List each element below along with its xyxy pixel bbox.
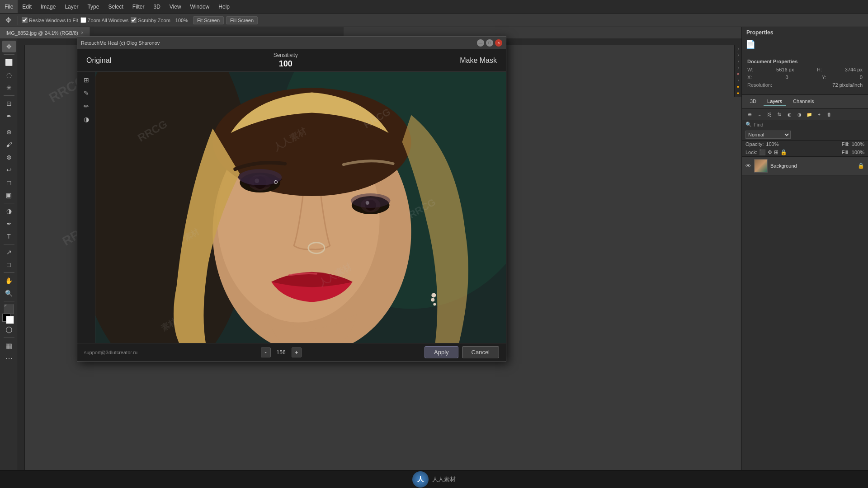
right-edge-icon-2[interactable]: ⟩ <box>737 53 739 57</box>
dialog-maximize-button[interactable]: □ <box>486 39 493 47</box>
quick-mask-tool[interactable]: ⬡ <box>2 324 16 336</box>
layer-filter-icon[interactable]: ⊕ <box>745 110 754 118</box>
history-brush-tool[interactable]: ↩ <box>2 164 16 176</box>
document-tab[interactable]: IMG_8852.jpg @ 24.1% (RGB/8) × <box>0 27 90 38</box>
extra-tools[interactable]: ⋯ <box>2 352 16 364</box>
layer-group-icon[interactable]: 📁 <box>805 110 813 118</box>
path-selection-tool[interactable]: ↗ <box>2 246 16 258</box>
blend-mode-row: Normal <box>742 129 868 141</box>
tool-separator-3 <box>4 124 14 124</box>
tab-layers[interactable]: Layers <box>764 97 786 106</box>
lock-pixel-icon[interactable]: ⬛ <box>759 149 766 155</box>
blend-mode-select[interactable]: Normal <box>745 131 791 139</box>
zoom-in-button[interactable]: + <box>292 347 302 357</box>
dialog-canvas: ⊞ ✎ ✏ ◑ <box>77 72 506 343</box>
fill-shortcut: Fill <box>842 150 848 155</box>
zoom-tool[interactable]: 🔍 <box>2 287 16 299</box>
right-edge-icon-4[interactable]: ⟩ <box>737 66 739 70</box>
dialog-dodge-tool[interactable]: ◑ <box>80 113 93 125</box>
layer-style-icon[interactable]: fx <box>775 110 783 118</box>
fill-screen-button[interactable]: Fill Screen <box>226 16 258 24</box>
tab-channels[interactable]: Channels <box>789 97 817 106</box>
zoom-all-checkbox[interactable] <box>80 17 86 23</box>
menu-view[interactable]: View <box>165 0 186 13</box>
layer-delete-icon[interactable]: 🗑 <box>825 110 833 118</box>
eyedropper-tool[interactable]: ✒ <box>2 110 16 122</box>
layer-adjustment-icon[interactable]: ◑ <box>795 110 803 118</box>
search-label: Find <box>754 122 763 127</box>
layer-row-background[interactable]: 👁 Background 🔒 <box>742 157 868 175</box>
gradient-tool[interactable]: ▣ <box>2 189 16 201</box>
magic-wand-tool[interactable]: ✳ <box>2 82 16 94</box>
right-edge-icon-5[interactable]: ⟩ <box>737 78 739 83</box>
resize-windows-option[interactable]: Resize Windows to Fit <box>22 17 78 23</box>
scrubby-zoom-option[interactable]: Scrubby Zoom <box>131 17 170 23</box>
make-mask-button[interactable]: Make Mask <box>460 56 497 65</box>
scrubby-zoom-checkbox[interactable] <box>131 17 137 23</box>
layer-link-icon[interactable]: ⛓ <box>765 110 774 118</box>
dialog-titlebar[interactable]: RetouchMe Heal (c) Oleg Sharonov — □ × <box>77 37 506 49</box>
menu-file[interactable]: File <box>0 0 18 13</box>
x-label: X: <box>747 75 752 80</box>
svg-point-19 <box>431 298 434 302</box>
dialog-pencil-tool[interactable]: ✎ <box>80 87 93 99</box>
dialog-zoom-fit-tool[interactable]: ⊞ <box>80 74 93 86</box>
type-tool[interactable]: T <box>2 230 16 242</box>
menu-layer[interactable]: Layer <box>60 0 83 13</box>
right-edge-icon-3[interactable]: ⟩ <box>737 59 739 64</box>
dialog-action-buttons: Apply Cancel <box>425 346 499 358</box>
eraser-tool[interactable]: ◻ <box>2 177 16 188</box>
tab-3d[interactable]: 3D <box>746 97 760 106</box>
lock-all-icon[interactable]: 🔒 <box>780 149 787 155</box>
layer-mask-icon[interactable]: ◐ <box>785 110 793 118</box>
dialog-close-button[interactable]: × <box>495 39 502 47</box>
taskbar: 人 人人素材 <box>0 470 868 488</box>
zoom-all-option[interactable]: Zoom All Windows <box>80 17 128 23</box>
xy-row: X: 0 Y: 0 <box>747 75 863 80</box>
menu-image[interactable]: Image <box>36 0 60 13</box>
hand-tool[interactable]: ✋ <box>2 275 16 286</box>
options-bar: ✥ Resize Windows to Fit Zoom All Windows… <box>0 14 868 27</box>
fit-screen-button[interactable]: Fit Screen <box>193 16 224 24</box>
layer-new-icon[interactable]: + <box>815 110 823 118</box>
cancel-button[interactable]: Cancel <box>462 346 499 358</box>
layer-type-select[interactable]: ⌄ <box>755 110 764 118</box>
tab-close-button[interactable]: × <box>81 30 84 35</box>
menu-help[interactable]: Help <box>214 0 234 13</box>
zoom-out-button[interactable]: - <box>261 347 271 357</box>
dialog-minimize-button[interactable]: — <box>477 39 484 47</box>
screen-mode-tool[interactable]: ▦ <box>2 340 16 352</box>
taskbar-logo[interactable]: 人 <box>412 471 429 488</box>
menu-type[interactable]: Type <box>83 0 104 13</box>
clone-stamp-tool[interactable]: ⊗ <box>2 151 16 163</box>
document-icon[interactable]: 📄 <box>745 39 755 49</box>
crop-tool[interactable]: ⊡ <box>2 98 16 109</box>
move-tool[interactable]: ✥ <box>2 41 16 52</box>
brush-tool[interactable]: 🖌 <box>2 139 16 150</box>
lasso-tool[interactable]: ◌ <box>2 69 16 81</box>
apply-button[interactable]: Apply <box>425 346 458 358</box>
heal-tool[interactable]: ⊕ <box>2 126 16 138</box>
right-edge-icon-7[interactable]: ● <box>737 91 739 95</box>
document-properties: Document Properties W: 5616 px H: 3744 p… <box>742 54 868 95</box>
color-swatches[interactable] <box>2 314 16 320</box>
right-edge-close-icon[interactable]: × <box>737 72 739 76</box>
shape-tool[interactable]: □ <box>2 259 16 271</box>
dodge-tool[interactable]: ◑ <box>2 205 16 217</box>
menu-select[interactable]: Select <box>104 0 127 13</box>
menu-3d[interactable]: 3D <box>149 0 165 13</box>
right-edge-icon-1[interactable]: ⟩ <box>737 47 739 51</box>
layer-visibility-icon[interactable]: 👁 <box>745 163 751 169</box>
opacity-row: Opacity: 100% Fill: 100% <box>742 141 868 148</box>
right-edge-icon-6[interactable]: ● <box>737 84 739 89</box>
lock-position-icon[interactable]: ✥ <box>768 149 772 155</box>
menu-edit[interactable]: Edit <box>18 0 36 13</box>
y-value: 0 <box>860 75 863 80</box>
lock-artboard-icon[interactable]: ⊞ <box>774 149 778 155</box>
marquee-tool[interactable]: ⬜ <box>2 56 16 68</box>
dialog-eraser-tool[interactable]: ✏ <box>80 100 93 112</box>
menu-filter[interactable]: Filter <box>128 0 149 13</box>
pen-tool[interactable]: ✒ <box>2 218 16 230</box>
menu-window[interactable]: Window <box>186 0 214 13</box>
resize-windows-checkbox[interactable] <box>22 17 28 23</box>
